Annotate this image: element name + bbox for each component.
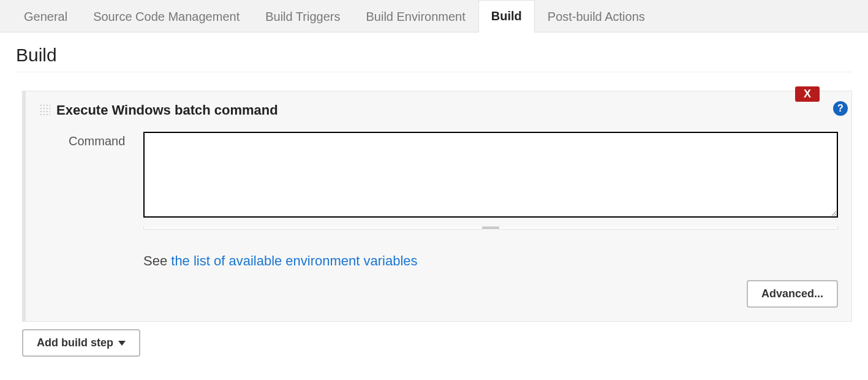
config-tabs: General Source Code Management Build Tri…: [0, 0, 868, 32]
resize-bar[interactable]: [143, 226, 838, 230]
add-build-step-button[interactable]: Add build step: [22, 329, 140, 357]
build-page: Build X ? Execute Windows batch command …: [0, 32, 868, 380]
advanced-button[interactable]: Advanced...: [747, 280, 838, 308]
advanced-row: Advanced...: [143, 280, 838, 308]
env-vars-hint: See the list of available environment va…: [143, 253, 838, 269]
caret-down-icon: [118, 341, 126, 346]
drag-handle-icon[interactable]: [39, 104, 50, 117]
command-row: Command See the list of available enviro…: [39, 132, 838, 308]
tab-scm[interactable]: Source Code Management: [80, 1, 252, 32]
help-icon[interactable]: ?: [833, 101, 848, 116]
command-label: Command: [39, 132, 131, 308]
command-textarea[interactable]: [143, 132, 838, 218]
delete-step-button[interactable]: X: [795, 86, 820, 102]
step-title: Execute Windows batch command: [56, 102, 278, 118]
hint-prefix: See: [143, 253, 171, 268]
tab-build-environment[interactable]: Build Environment: [353, 1, 478, 32]
env-vars-link[interactable]: the list of available environment variab…: [171, 253, 417, 268]
add-build-step-label: Add build step: [37, 336, 113, 349]
tab-post-build-actions[interactable]: Post-build Actions: [535, 1, 658, 32]
step-header: Execute Windows batch command: [39, 102, 838, 118]
command-field: See the list of available environment va…: [143, 132, 838, 308]
add-step-row: Add build step: [22, 329, 852, 357]
tab-build-triggers[interactable]: Build Triggers: [252, 1, 353, 32]
resize-grip-icon: [482, 227, 499, 229]
tab-build[interactable]: Build: [478, 0, 535, 32]
tab-general[interactable]: General: [11, 1, 80, 32]
build-step: X ? Execute Windows batch command Comman…: [22, 91, 852, 322]
section-title: Build: [16, 45, 852, 72]
